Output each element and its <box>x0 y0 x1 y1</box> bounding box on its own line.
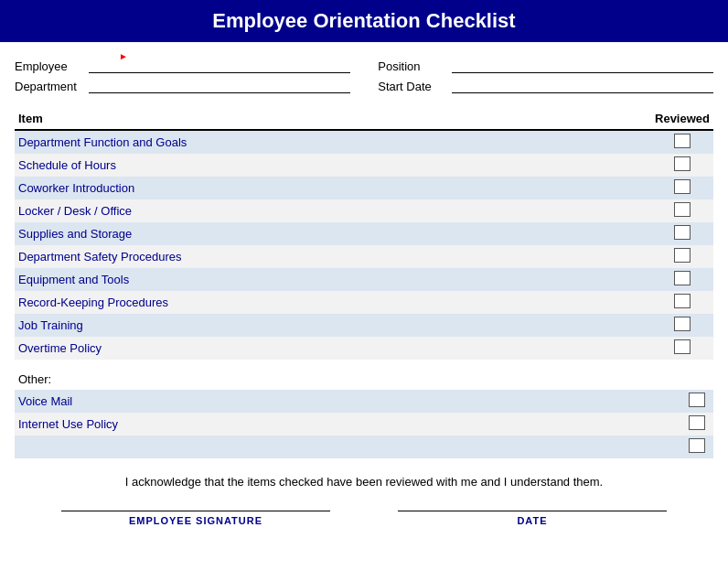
other-item-name: Internet Use Policy <box>15 413 680 436</box>
checkbox[interactable] <box>674 156 691 171</box>
item-name: Locker / Desk / Office <box>15 199 651 222</box>
table-row: Locker / Desk / Office <box>15 199 713 222</box>
other-row-item <box>15 436 713 458</box>
item-name: Equipment and Tools <box>15 268 651 291</box>
checkbox-cell[interactable] <box>651 268 713 291</box>
department-label: Department <box>15 80 83 93</box>
item-name: Department Function and Goals <box>15 130 651 154</box>
other-checkbox[interactable] <box>689 415 705 430</box>
position-field-row: Position <box>378 59 713 73</box>
table-header-row: Item Reviewed <box>15 108 713 130</box>
table-row: Overtime Policy <box>15 337 713 360</box>
table-row: Department Safety Procedures <box>15 245 713 268</box>
checkbox[interactable] <box>674 134 691 148</box>
other-checkbox-cell[interactable] <box>680 390 713 413</box>
item-name: Department Safety Procedures <box>15 245 651 268</box>
other-item-name: Voice Mail <box>15 390 680 413</box>
checklist-table: Item Reviewed Department Function and Go… <box>15 108 713 360</box>
item-name: Record-Keeping Procedures <box>15 291 651 314</box>
checkbox[interactable] <box>674 294 691 308</box>
item-name: Overtime Policy <box>15 337 651 360</box>
startdate-label: Start Date <box>378 80 446 93</box>
checkbox-cell[interactable] <box>651 222 713 245</box>
other-label: Other: <box>15 369 680 390</box>
checkbox[interactable] <box>674 202 691 217</box>
checkbox[interactable] <box>674 317 691 331</box>
startdate-field-row: Start Date <box>378 79 713 93</box>
checkbox[interactable] <box>674 271 691 285</box>
table-row: Job Training <box>15 314 713 337</box>
table-row: Equipment and Tools <box>15 268 713 291</box>
checkbox-cell[interactable] <box>651 199 713 222</box>
department-input[interactable] <box>89 79 350 93</box>
other-checkbox[interactable] <box>689 438 705 453</box>
checkbox[interactable] <box>674 248 691 263</box>
checkbox[interactable] <box>674 179 691 194</box>
checkbox-cell[interactable] <box>651 154 713 177</box>
other-item-name <box>15 436 680 458</box>
red-mark: ► <box>119 51 128 61</box>
checkbox-cell[interactable] <box>651 291 713 314</box>
item-name: Coworker Introduction <box>15 177 651 199</box>
position-input[interactable] <box>452 59 713 73</box>
table-row: Department Function and Goals <box>15 130 713 154</box>
other-checkbox[interactable] <box>689 393 705 407</box>
department-field-row: Department <box>15 79 350 93</box>
other-row-item: Voice Mail <box>15 390 713 413</box>
form-right: Position Start Date <box>378 59 713 93</box>
checkbox-cell[interactable] <box>651 130 713 154</box>
employee-field-row: Employee <box>15 59 350 73</box>
form-left: Employee Department <box>15 59 350 93</box>
employee-sig-line[interactable] <box>61 511 330 511</box>
checkbox-cell[interactable] <box>651 337 713 360</box>
date-sig-label: DATE <box>517 515 547 526</box>
spacer-row <box>15 360 713 369</box>
other-table: Other: Voice Mail Internet Use Policy <box>15 360 713 458</box>
employee-label: Employee <box>15 59 83 73</box>
col-item-header: Item <box>15 108 651 130</box>
other-row-item: Internet Use Policy <box>15 413 713 436</box>
checkbox-cell[interactable] <box>651 177 713 199</box>
startdate-input[interactable] <box>452 79 713 93</box>
checklist-container: Item Reviewed Department Function and Go… <box>0 108 728 458</box>
signature-section: EMPLOYEE SIGNATURE DATE <box>0 501 728 535</box>
table-row: Coworker Introduction <box>15 177 713 199</box>
checkbox-cell[interactable] <box>651 245 713 268</box>
position-label: Position <box>378 59 446 73</box>
item-name: Job Training <box>15 314 651 337</box>
ack-text: I acknowledge that the items checked hav… <box>125 475 603 489</box>
page-title: Employee Orientation Checklist <box>212 9 515 32</box>
table-row: Schedule of Hours <box>15 154 713 177</box>
table-row: Record-Keeping Procedures <box>15 291 713 314</box>
other-checkbox-cell[interactable] <box>680 436 713 458</box>
checkbox-cell[interactable] <box>651 314 713 337</box>
other-label-row: Other: <box>15 369 713 390</box>
employee-sig-block: EMPLOYEE SIGNATURE <box>61 511 330 526</box>
date-sig-line[interactable] <box>398 511 667 511</box>
checkbox[interactable] <box>674 225 691 240</box>
form-fields: Employee Department Position Start Date <box>0 53 728 108</box>
employee-sig-label: EMPLOYEE SIGNATURE <box>129 515 262 526</box>
col-reviewed-header: Reviewed <box>651 108 713 130</box>
item-name: Schedule of Hours <box>15 154 651 177</box>
item-name: Supplies and Storage <box>15 222 651 245</box>
other-checkbox-cell[interactable] <box>680 413 713 436</box>
date-sig-block: DATE <box>398 511 667 526</box>
acknowledgment-text: I acknowledge that the items checked hav… <box>0 458 728 496</box>
title-bar: Employee Orientation Checklist <box>0 0 728 42</box>
table-row: Supplies and Storage <box>15 222 713 245</box>
checkbox[interactable] <box>674 339 691 354</box>
